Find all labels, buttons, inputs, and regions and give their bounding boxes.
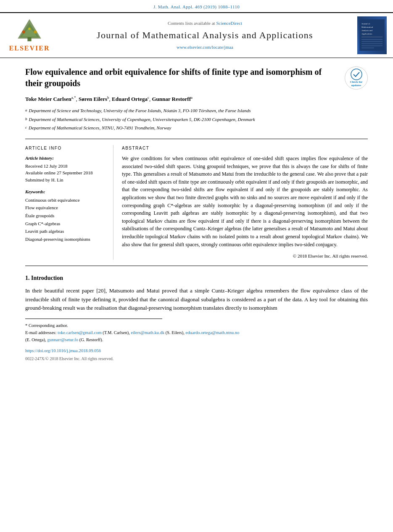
- keyword-1: Continuous orbit equivalence: [25, 196, 107, 204]
- author-3: Eduard Ortega: [112, 96, 148, 102]
- author-4: Gunnar Restorff: [152, 96, 191, 102]
- author-1: Toke Meier Carlsen: [25, 96, 71, 102]
- abstract-heading: Abstract: [122, 145, 368, 151]
- svg-rect-16: [361, 45, 382, 46]
- sciencedirect-link[interactable]: ScienceDirect: [216, 21, 242, 26]
- check-updates-label: Check for updates: [345, 80, 367, 87]
- svg-point-4: [22, 30, 25, 33]
- author-2: Søren Eilers: [79, 96, 107, 102]
- elsevier-tree-icon: [13, 17, 46, 42]
- journal-url[interactable]: www.elsevier.com/locate/jmaa: [58, 44, 352, 51]
- keyword-5: Leavitt path algebras: [25, 227, 107, 235]
- abstract-column: Abstract We give conditions for when con…: [122, 145, 368, 260]
- svg-text:Analysis and: Analysis and: [361, 29, 372, 32]
- keywords-block: Keywords: Continuous orbit equivalence F…: [25, 188, 107, 243]
- received-date: Received 12 July 2018: [25, 163, 107, 170]
- main-content: Check for updates Flow equivalence and o…: [0, 58, 393, 371]
- svg-point-5: [34, 30, 37, 33]
- abstract-text: We give conditions for when continuous o…: [122, 155, 368, 248]
- check-updates-icon: [350, 68, 363, 80]
- svg-text:Mathematical: Mathematical: [361, 26, 373, 28]
- svg-rect-13: [361, 39, 382, 40]
- authors-line: Toke Meier Carlsena,*, Søren Eilersb, Ed…: [25, 95, 368, 103]
- cover-image-icon: Journal of Mathematical Analysis and App…: [359, 19, 385, 51]
- keywords-label: Keywords:: [25, 188, 107, 195]
- journal-title-block: Contents lists available at ScienceDirec…: [58, 20, 352, 51]
- copyright-line: © 2018 Elsevier Inc. All rights reserved…: [122, 253, 368, 260]
- article-info-column: Article info Article history: Received 1…: [25, 145, 113, 260]
- journal-banner: ELSEVIER Contents lists available at Sci…: [0, 12, 393, 58]
- email-3-link[interactable]: eduardo.ortega@math.ntnu.no: [186, 330, 240, 335]
- svg-point-6: [28, 27, 31, 30]
- keyword-2: Flow equivalence: [25, 204, 107, 212]
- svg-text:Applications: Applications: [361, 33, 372, 35]
- svg-rect-15: [361, 43, 382, 44]
- submitted-by: Submitted by H. Lin: [25, 176, 107, 184]
- email-line: E-mail addresses: toke.carlsen@gmail.com…: [25, 329, 368, 344]
- intro-paragraph: In their beautiful recent paper [20], Ma…: [25, 287, 368, 313]
- check-updates-badge[interactable]: Check for updates: [345, 66, 368, 90]
- section-divider: [25, 139, 368, 139]
- journal-name: Journal of Mathematical Analysis and App…: [58, 28, 352, 42]
- affil-c: c Department of Mathematical Sciences, N…: [25, 124, 368, 133]
- body-divider: [25, 266, 368, 266]
- doi-block: https://doi.org/10.1016/j.jmaa.2018.09.0…: [25, 348, 368, 362]
- issn-line: 0022-247X/© 2018 Elsevier Inc. All right…: [25, 356, 368, 362]
- elsevier-logo: ELSEVIER: [6, 17, 53, 53]
- corresponding-label: * Corresponding author.: [25, 322, 368, 329]
- article-info-heading: Article info: [25, 145, 107, 151]
- article-body: Article info Article history: Received 1…: [25, 145, 368, 260]
- contents-line: Contents lists available at ScienceDirec…: [58, 20, 352, 27]
- publisher-name: ELSEVIER: [9, 43, 50, 53]
- available-date: Available online 27 September 2018: [25, 169, 107, 176]
- affil-a: a Department of Science and Technology, …: [25, 107, 368, 116]
- footnote-block: * Corresponding author. E-mail addresses…: [25, 322, 368, 343]
- footnote-divider: [25, 319, 162, 319]
- article-history-block: Article history: Received 12 July 2018 A…: [25, 155, 107, 183]
- keyword-6: Diagonal-preserving isomorphisms: [25, 235, 107, 243]
- intro-title: 1. Introduction: [25, 274, 368, 282]
- svg-point-18: [351, 69, 362, 80]
- email-4-link[interactable]: gunnarr@setur.fo: [47, 337, 78, 342]
- journal-citation: J. Math. Anal. Appl. 469 (2019) 1088–111…: [0, 0, 393, 12]
- affil-b: b Department of Mathematical Sciences, U…: [25, 116, 368, 124]
- doi-link[interactable]: https://doi.org/10.1016/j.jmaa.2018.09.0…: [25, 348, 101, 353]
- affiliations: a Department of Science and Technology, …: [25, 107, 368, 133]
- svg-rect-14: [361, 41, 382, 42]
- keyword-3: Étale groupoids: [25, 212, 107, 220]
- email-2-link[interactable]: eilers@math.ku.dk: [131, 330, 165, 335]
- keyword-4: Graph C*-algebras: [25, 220, 107, 228]
- introduction-section: 1. Introduction In their beautiful recen…: [25, 274, 368, 313]
- email-1-link[interactable]: toke.carlsen@gmail.com: [58, 330, 102, 335]
- journal-cover: Journal of Mathematical Analysis and App…: [357, 16, 387, 54]
- citation-text: J. Math. Anal. Appl. 469 (2019) 1088–111…: [153, 4, 240, 9]
- paper-title: Flow equivalence and orbit equivalence f…: [25, 66, 368, 89]
- svg-rect-17: [361, 47, 374, 48]
- history-label: Article history:: [25, 155, 107, 162]
- svg-text:Journal of: Journal of: [361, 23, 370, 25]
